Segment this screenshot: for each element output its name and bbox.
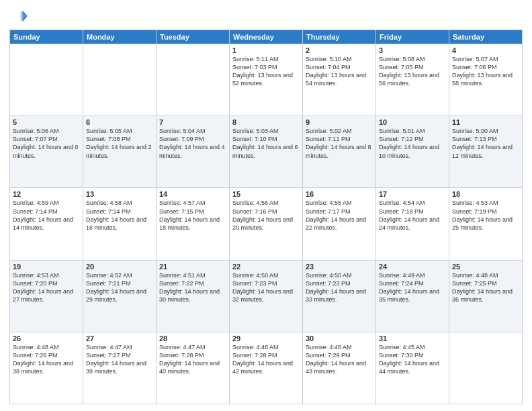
calendar-cell: 18Sunrise: 4:53 AMSunset: 7:19 PMDayligh… [449,188,523,260]
day-info: Sunrise: 5:06 AMSunset: 7:07 PMDaylight:… [13,127,80,160]
calendar-week-4: 26Sunrise: 4:48 AMSunset: 7:26 PMDayligh… [10,332,523,404]
calendar-cell: 10Sunrise: 5:01 AMSunset: 7:12 PMDayligh… [376,116,449,188]
calendar-cell: 8Sunrise: 5:03 AMSunset: 7:10 PMDaylight… [230,116,303,188]
calendar-cell: 4Sunrise: 5:07 AMSunset: 7:06 PMDaylight… [449,44,523,116]
calendar-cell: 13Sunrise: 4:58 AMSunset: 7:14 PMDayligh… [83,188,157,260]
day-number: 12 [13,190,80,198]
calendar-header-row: SundayMondayTuesdayWednesdayThursdayFrid… [10,30,523,44]
calendar-cell: 20Sunrise: 4:52 AMSunset: 7:21 PMDayligh… [83,260,157,332]
day-number: 31 [379,334,446,342]
day-number: 19 [13,263,80,271]
day-header-sunday: Sunday [10,30,83,44]
day-info: Sunrise: 4:50 AMSunset: 7:23 PMDaylight:… [306,271,373,304]
calendar-cell [83,44,157,116]
calendar-cell: 9Sunrise: 5:02 AMSunset: 7:11 PMDaylight… [303,116,376,188]
day-info: Sunrise: 4:56 AMSunset: 7:16 PMDaylight:… [232,199,300,232]
calendar-cell: 27Sunrise: 4:47 AMSunset: 7:27 PMDayligh… [83,332,157,404]
calendar-cell: 30Sunrise: 4:46 AMSunset: 7:29 PMDayligh… [303,332,376,404]
day-info: Sunrise: 5:03 AMSunset: 7:10 PMDaylight:… [232,127,300,160]
day-number: 21 [159,263,226,271]
calendar-week-3: 19Sunrise: 4:53 AMSunset: 7:20 PMDayligh… [10,260,523,332]
day-info: Sunrise: 4:52 AMSunset: 7:21 PMDaylight:… [86,271,153,304]
calendar-week-2: 12Sunrise: 4:59 AMSunset: 7:14 PMDayligh… [10,188,523,260]
day-info: Sunrise: 4:53 AMSunset: 7:19 PMDaylight:… [452,199,519,232]
day-info: Sunrise: 4:54 AMSunset: 7:18 PMDaylight:… [379,199,446,232]
day-info: Sunrise: 5:08 AMSunset: 7:05 PMDaylight:… [379,55,446,88]
day-number: 15 [232,190,300,198]
day-number: 5 [13,118,80,126]
day-number: 11 [452,118,519,126]
calendar-cell: 29Sunrise: 4:46 AMSunset: 7:28 PMDayligh… [230,332,303,404]
calendar-cell: 26Sunrise: 4:48 AMSunset: 7:26 PMDayligh… [10,332,83,404]
page: SundayMondayTuesdayWednesdayThursdayFrid… [0,0,532,411]
day-header-saturday: Saturday [449,30,523,44]
day-number: 10 [379,118,446,126]
day-number: 3 [379,46,446,54]
day-info: Sunrise: 4:45 AMSunset: 7:30 PMDaylight:… [379,343,446,376]
day-info: Sunrise: 4:46 AMSunset: 7:28 PMDaylight:… [232,343,300,376]
day-info: Sunrise: 4:58 AMSunset: 7:14 PMDaylight:… [86,199,153,232]
day-number: 29 [232,334,300,342]
day-info: Sunrise: 5:01 AMSunset: 7:12 PMDaylight:… [379,127,446,160]
calendar-cell: 1Sunrise: 5:11 AMSunset: 7:03 PMDaylight… [230,44,303,116]
day-info: Sunrise: 5:05 AMSunset: 7:08 PMDaylight:… [86,127,153,160]
day-info: Sunrise: 5:10 AMSunset: 7:04 PMDaylight:… [306,55,373,88]
day-number: 4 [452,46,519,54]
calendar-week-1: 5Sunrise: 5:06 AMSunset: 7:07 PMDaylight… [10,116,523,188]
day-number: 24 [379,263,446,271]
day-number: 2 [306,46,373,54]
day-number: 16 [306,190,373,198]
day-header-friday: Friday [376,30,449,44]
calendar-cell [449,332,523,404]
calendar-cell: 31Sunrise: 4:45 AMSunset: 7:30 PMDayligh… [376,332,449,404]
day-info: Sunrise: 4:59 AMSunset: 7:14 PMDaylight:… [13,199,80,232]
day-header-wednesday: Wednesday [230,30,303,44]
day-info: Sunrise: 4:50 AMSunset: 7:23 PMDaylight:… [232,271,300,304]
day-header-thursday: Thursday [303,30,376,44]
calendar-cell: 22Sunrise: 4:50 AMSunset: 7:23 PMDayligh… [230,260,303,332]
day-number: 18 [452,190,519,198]
day-info: Sunrise: 4:57 AMSunset: 7:15 PMDaylight:… [159,199,226,232]
header [9,7,523,26]
day-number: 26 [13,334,80,342]
calendar-cell: 23Sunrise: 4:50 AMSunset: 7:23 PMDayligh… [303,260,376,332]
day-number: 25 [452,263,519,271]
day-number: 20 [86,263,153,271]
calendar-cell: 7Sunrise: 5:04 AMSunset: 7:09 PMDaylight… [157,116,230,188]
calendar-cell: 16Sunrise: 4:55 AMSunset: 7:17 PMDayligh… [303,188,376,260]
day-info: Sunrise: 5:07 AMSunset: 7:06 PMDaylight:… [452,55,519,88]
day-info: Sunrise: 4:55 AMSunset: 7:17 PMDaylight:… [306,199,373,232]
calendar-cell: 14Sunrise: 4:57 AMSunset: 7:15 PMDayligh… [157,188,230,260]
day-header-monday: Monday [83,30,157,44]
day-number: 22 [232,263,300,271]
day-info: Sunrise: 4:47 AMSunset: 7:28 PMDaylight:… [159,343,226,376]
day-info: Sunrise: 4:46 AMSunset: 7:29 PMDaylight:… [306,343,373,376]
day-info: Sunrise: 4:53 AMSunset: 7:20 PMDaylight:… [13,271,80,304]
day-info: Sunrise: 4:48 AMSunset: 7:25 PMDaylight:… [452,271,519,304]
logo [9,7,31,26]
day-number: 13 [86,190,153,198]
day-number: 28 [159,334,226,342]
logo-icon [9,7,28,26]
calendar-week-0: 1Sunrise: 5:11 AMSunset: 7:03 PMDaylight… [10,44,523,116]
calendar-cell [157,44,230,116]
day-info: Sunrise: 5:04 AMSunset: 7:09 PMDaylight:… [159,127,226,160]
day-info: Sunrise: 4:47 AMSunset: 7:27 PMDaylight:… [86,343,153,376]
day-info: Sunrise: 5:11 AMSunset: 7:03 PMDaylight:… [232,55,300,88]
day-number: 27 [86,334,153,342]
calendar-cell: 12Sunrise: 4:59 AMSunset: 7:14 PMDayligh… [10,188,83,260]
day-number: 1 [232,46,300,54]
calendar-cell: 5Sunrise: 5:06 AMSunset: 7:07 PMDaylight… [10,116,83,188]
day-number: 23 [306,263,373,271]
calendar-cell: 3Sunrise: 5:08 AMSunset: 7:05 PMDaylight… [376,44,449,116]
calendar-cell: 15Sunrise: 4:56 AMSunset: 7:16 PMDayligh… [230,188,303,260]
day-info: Sunrise: 4:48 AMSunset: 7:26 PMDaylight:… [13,343,80,376]
calendar-cell: 21Sunrise: 4:51 AMSunset: 7:22 PMDayligh… [157,260,230,332]
calendar-cell: 6Sunrise: 5:05 AMSunset: 7:08 PMDaylight… [83,116,157,188]
day-number: 30 [306,334,373,342]
day-header-tuesday: Tuesday [157,30,230,44]
calendar-cell: 2Sunrise: 5:10 AMSunset: 7:04 PMDaylight… [303,44,376,116]
calendar-cell: 17Sunrise: 4:54 AMSunset: 7:18 PMDayligh… [376,188,449,260]
day-number: 8 [232,118,300,126]
day-number: 9 [306,118,373,126]
